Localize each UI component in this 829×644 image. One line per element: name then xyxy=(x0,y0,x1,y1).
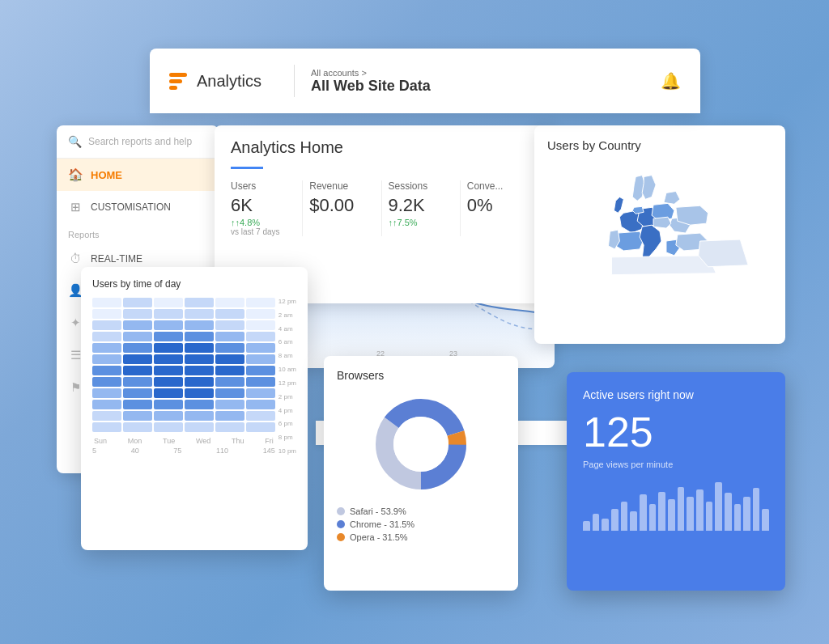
heatmap-cell xyxy=(123,354,152,364)
day-wed: Wed xyxy=(196,437,210,445)
heatmap-count-labels: 5 40 75 110 145 xyxy=(92,447,275,455)
heatmap-cell xyxy=(154,320,183,330)
heatmap-cell xyxy=(154,309,183,319)
metric-users: Users 6K ↑4.8% vs last 7 days xyxy=(231,180,303,236)
metric-sessions-change: ↑7.5% xyxy=(389,218,453,227)
heatmap-cell xyxy=(185,377,214,387)
time-2pm: 2 pm xyxy=(278,393,296,400)
metric-revenue-value: $0.00 xyxy=(309,195,374,216)
heatmap-title: Users by time of day xyxy=(92,278,296,290)
time-8pm: 8 pm xyxy=(278,434,296,441)
mini-bar-18 xyxy=(743,497,750,531)
mini-bar-13 xyxy=(696,489,704,531)
heatmap-cell xyxy=(185,400,214,409)
donut-chart xyxy=(368,392,474,497)
mini-bar-3 xyxy=(602,519,609,531)
ukraine-shape xyxy=(676,205,708,225)
nav-label-home: HOME xyxy=(91,169,122,181)
heatmap-cell xyxy=(154,343,183,353)
search-placeholder: Search reports and help xyxy=(88,136,192,147)
heatmap-cell xyxy=(123,320,152,330)
country-card: Users by Country xyxy=(534,125,785,344)
heatmap-cell xyxy=(215,354,244,364)
heatmap-cell xyxy=(123,411,152,421)
mini-bar-19 xyxy=(753,488,760,531)
mini-bar-2 xyxy=(593,514,600,531)
opera-dot xyxy=(337,533,345,541)
legend-safari: Safari - 53.9% xyxy=(337,506,505,516)
chrome-dot xyxy=(337,520,345,528)
day-tue: Tue xyxy=(163,437,175,445)
analytics-home-title: Analytics Home xyxy=(231,138,538,157)
metrics-row: Users 6K ↑4.8% vs last 7 days Revenue $0… xyxy=(231,180,538,236)
header-analytics-text: Analytics xyxy=(197,72,261,90)
heatmap-cell xyxy=(154,388,183,398)
heatmap-cell xyxy=(154,377,183,387)
day-sun: Sun xyxy=(94,437,107,445)
logo-bar-1 xyxy=(169,73,187,77)
sweden-shape xyxy=(642,176,656,200)
count-110: 110 xyxy=(216,447,228,455)
heatmap-cell xyxy=(246,400,275,409)
metric-sessions-label: Sessions xyxy=(389,180,453,192)
heatmap-cell xyxy=(123,388,152,398)
heatmap-cell xyxy=(92,343,121,353)
donut-hole xyxy=(393,417,449,472)
nav-item-customisation[interactable]: ⊞ CUSTOMISATION xyxy=(57,191,219,223)
heatmap-cell xyxy=(154,400,183,409)
heatmap-cell xyxy=(123,377,152,387)
mini-bar-17 xyxy=(734,504,742,531)
realtime-icon: ⏱ xyxy=(68,252,83,265)
czech-shape xyxy=(653,217,671,228)
nav-label-customisation: CUSTOMISATION xyxy=(91,201,171,213)
time-4am: 4 am xyxy=(278,325,296,333)
heatmap-cell xyxy=(246,298,275,307)
heatmap-cell xyxy=(92,309,121,319)
mini-bar-4 xyxy=(611,509,619,531)
heatmap-cell xyxy=(92,388,121,398)
heatmap-cell xyxy=(185,411,214,421)
heatmap-grid-container: Sun Mon Tue Wed Thu Fri 5 40 75 110 145 xyxy=(92,298,275,455)
heatmap-cell xyxy=(215,400,244,409)
search-bar[interactable]: 🔍 Search reports and help xyxy=(57,125,219,159)
bell-icon[interactable]: 🔔 xyxy=(661,71,681,91)
heatmap-cell xyxy=(215,332,244,341)
mini-bar-15 xyxy=(715,482,722,531)
metric-revenue-label: Revenue xyxy=(309,180,374,192)
heatmap-cell xyxy=(154,411,183,421)
breadcrumb-main: All Web Site Data xyxy=(311,78,431,95)
metric-conversions: Conve... 0% xyxy=(461,180,538,236)
time-10am: 10 am xyxy=(278,366,296,373)
metric-users-change: ↑4.8% xyxy=(231,218,295,227)
mini-bar-6 xyxy=(630,511,637,531)
day-mon: Mon xyxy=(128,437,142,445)
nav-label-realtime: REAL-TIME xyxy=(91,253,142,265)
header-divider xyxy=(294,65,295,97)
uk-shape xyxy=(614,197,623,213)
heatmap-cell xyxy=(92,411,121,421)
customisation-icon: ⊞ xyxy=(68,200,83,214)
safari-label: Safari - 53.9% xyxy=(350,506,406,516)
count-40: 40 xyxy=(131,447,139,455)
heatmap-cell xyxy=(185,309,214,319)
heatmap-card: Users by time of day Sun Mon Tue Wed Thu… xyxy=(81,267,308,550)
metric-conversions-value: 0% xyxy=(467,195,532,216)
chrome-label: Chrome - 31.5% xyxy=(350,519,414,529)
heatmap-cell xyxy=(123,298,152,307)
reports-section-label: Reports xyxy=(57,223,219,243)
heatmap-cell xyxy=(246,422,275,432)
metric-sessions: Sessions 9.2K ↑7.5% xyxy=(382,180,461,236)
heatmap-cell xyxy=(154,354,183,364)
baltic-shape xyxy=(664,191,680,204)
heatmap-cell xyxy=(123,366,152,375)
logo-bar-3 xyxy=(169,86,177,90)
heatmap-cell xyxy=(215,422,244,432)
mini-bar-14 xyxy=(706,502,713,531)
benelux-shape xyxy=(632,206,644,214)
nav-item-home[interactable]: 🏠 HOME xyxy=(57,159,219,191)
logo-bar-2 xyxy=(169,79,182,83)
time-6am: 6 am xyxy=(278,338,296,345)
heatmap-cell xyxy=(246,354,275,364)
time-2am: 2 am xyxy=(278,311,296,319)
heatmap-cell xyxy=(92,332,121,341)
